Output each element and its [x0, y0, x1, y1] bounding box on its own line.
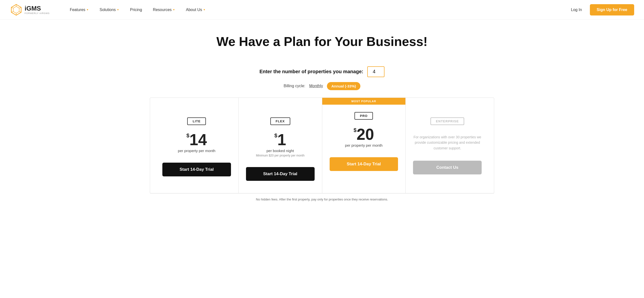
chevron-down-icon: ▼ — [203, 8, 206, 11]
enterprise-desc: For organizations with over 30 propertie… — [413, 134, 482, 151]
popular-spacer — [246, 108, 314, 118]
nav-pricing[interactable]: Pricing — [124, 0, 147, 20]
pricing-cards: LITE $14 per property per month Start 14… — [150, 98, 494, 193]
plan-cta-lite[interactable]: Start 14-Day Trial — [162, 163, 231, 176]
nav-resources[interactable]: Resources ▼ — [147, 0, 180, 20]
popular-spacer — [162, 108, 231, 118]
plan-unit-lite: per property per month — [162, 149, 231, 153]
plan-price-pro: $20 per property per month — [330, 127, 398, 148]
svg-marker-1 — [13, 6, 19, 13]
hero-section: We Have a Plan for Your Business! — [0, 20, 644, 56]
popular-spacer — [413, 108, 482, 118]
plan-flex: FLEX $1 per booked night Minimum $20 per… — [238, 98, 322, 193]
logo-title: iGMS — [24, 5, 50, 11]
nav-solutions[interactable]: Solutions ▼ — [94, 0, 125, 20]
plan-cta-flex[interactable]: Start 14-Day Trial — [246, 167, 314, 181]
plan-pro: MOST POPULAR PRO $20 per property per mo… — [322, 98, 406, 193]
nav-actions: Log In Sign Up for Free — [568, 4, 634, 15]
chevron-down-icon: ▼ — [86, 8, 89, 11]
billing-monthly-toggle[interactable]: Monthly — [309, 84, 323, 88]
logo[interactable]: iGMS FORMERLY AIRGMS — [10, 3, 50, 16]
plan-amount-pro: 20 — [356, 126, 374, 143]
plan-note-flex: Minimum $20 per property per month — [246, 154, 314, 157]
logo-icon — [10, 3, 23, 16]
plan-name-enterprise: ENTERPRISE — [430, 118, 464, 125]
plan-price-lite: $14 per property per month — [162, 132, 231, 153]
nav-about[interactable]: About Us ▼ — [180, 0, 211, 20]
plan-dollar-flex: $ — [274, 133, 277, 139]
plan-unit-flex: per booked night — [246, 149, 314, 153]
plan-name-lite: LITE — [187, 118, 206, 125]
hero-title: We Have a Plan for Your Business! — [5, 34, 639, 49]
plan-unit-pro: per property per month — [330, 143, 398, 148]
chevron-down-icon: ▼ — [173, 8, 175, 11]
properties-input[interactable] — [367, 66, 384, 77]
logo-subtitle: FORMERLY AIRGMS — [24, 12, 50, 14]
plan-cta-enterprise[interactable]: Contact Us — [413, 161, 482, 174]
chevron-down-icon: ▼ — [117, 8, 119, 11]
properties-label: Enter the number of properties you manag… — [260, 69, 363, 74]
login-button[interactable]: Log In — [568, 6, 585, 14]
plan-name-pro: PRO — [354, 112, 373, 120]
plan-amount-flex: 1 — [277, 131, 286, 149]
signup-button[interactable]: Sign Up for Free — [590, 4, 634, 15]
billing-cycle-label: Billing cycle: — [284, 84, 305, 88]
plan-price-flex: $1 per booked night Minimum $20 per prop… — [246, 132, 314, 157]
nav-links: Features ▼ Solutions ▼ Pricing Resources… — [64, 0, 568, 20]
properties-section: Enter the number of properties you manag… — [0, 66, 644, 77]
plan-dollar-lite: $ — [186, 133, 190, 139]
plan-cta-pro[interactable]: Start 14-Day Trial — [330, 157, 398, 171]
footer-note: No hidden fees. After the first property… — [150, 193, 494, 205]
plan-enterprise: ENTERPRISE For organizations with over 3… — [406, 98, 489, 193]
billing-section: Billing cycle: Monthly Annual (-33%) — [0, 82, 644, 90]
most-popular-badge: MOST POPULAR — [322, 98, 406, 105]
plan-name-flex: FLEX — [270, 118, 290, 125]
nav-features[interactable]: Features ▼ — [64, 0, 94, 20]
plan-amount-lite: 14 — [190, 131, 207, 149]
billing-annual-toggle[interactable]: Annual (-33%) — [327, 82, 360, 90]
plan-lite: LITE $14 per property per month Start 14… — [155, 98, 238, 193]
plan-dollar-pro: $ — [354, 127, 356, 133]
plan-price-enterprise: For organizations with over 30 propertie… — [413, 134, 482, 151]
navbar: iGMS FORMERLY AIRGMS Features ▼ Solution… — [0, 0, 644, 20]
